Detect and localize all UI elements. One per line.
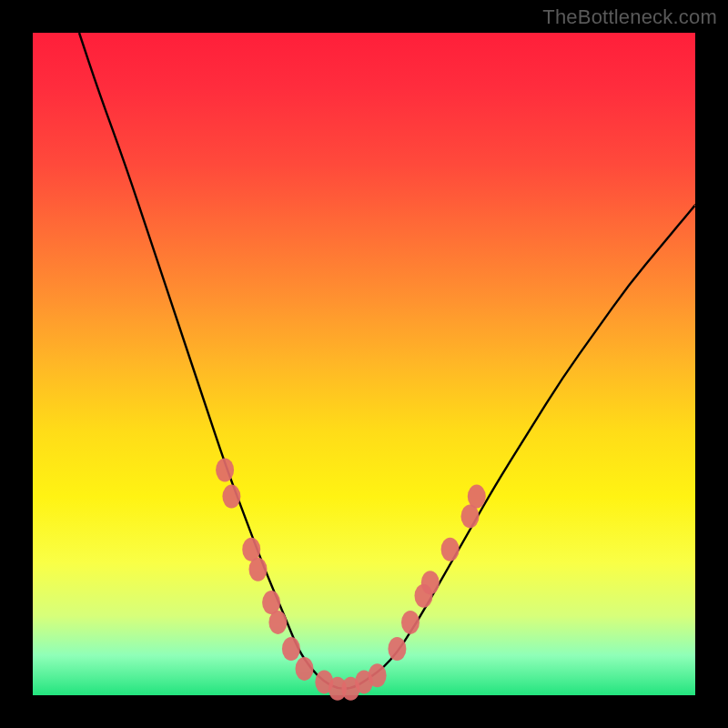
marker-point: [441, 538, 460, 561]
marker-point: [268, 611, 287, 634]
highlighted-points: [216, 459, 486, 701]
marker-point: [222, 485, 240, 509]
marker-point: [401, 611, 420, 634]
bottleneck-curve: [79, 33, 695, 689]
marker-point: [249, 558, 268, 581]
watermark-text: TheBottleneck.com: [542, 5, 717, 29]
marker-point: [388, 637, 406, 661]
marker-point: [296, 657, 314, 681]
chart-stage: TheBottleneck.com: [0, 0, 728, 728]
marker-point: [468, 485, 486, 509]
marker-point: [369, 663, 387, 687]
marker-point: [216, 459, 234, 482]
chart-svg: [33, 33, 695, 695]
marker-point: [421, 571, 440, 594]
plot-area: [33, 33, 695, 695]
marker-point: [282, 637, 300, 661]
